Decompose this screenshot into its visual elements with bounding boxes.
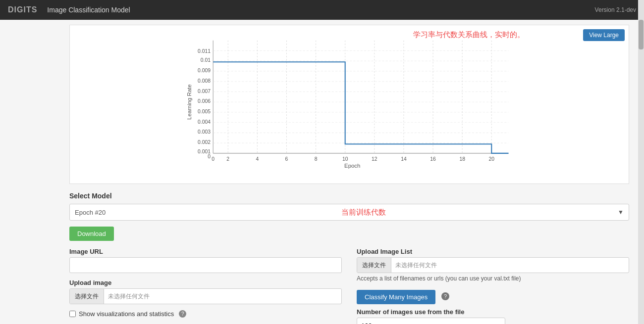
form-two-col: Image URL Upload image 选择文件 未选择任何文件 Show…: [69, 248, 629, 324]
accepts-text: Accepts a list of filenames or urls (you…: [357, 275, 629, 282]
navbar-title: Image Classification Model: [47, 6, 130, 14]
model-select-dropdown[interactable]: Epoch #20 当前训练代数 ▼: [69, 204, 629, 221]
num-images-label: Number of images use from the file: [357, 308, 629, 316]
num-images-input[interactable]: [357, 318, 505, 324]
model-annotation: 当前训练代数: [109, 208, 618, 217]
svg-text:0.006: 0.006: [198, 98, 211, 104]
svg-text:4: 4: [256, 156, 259, 162]
view-large-button[interactable]: View Large: [583, 29, 625, 41]
svg-text:0: 0: [208, 154, 211, 159]
image-url-input[interactable]: [69, 257, 342, 273]
epoch-text: Epoch #20: [70, 209, 109, 216]
accepts-text-content: Accepts a list of filenames or urls (you…: [357, 275, 521, 282]
select-model-group: Select Model Epoch #20 当前训练代数 ▼: [69, 192, 629, 221]
navbar-version: Version 2.1-dev: [595, 6, 636, 13]
svg-text:0.005: 0.005: [198, 109, 211, 114]
num-images-group: Number of images use from the file: [357, 308, 629, 324]
upload-image-list-label: Upload Image List: [357, 248, 629, 255]
svg-text:0.003: 0.003: [198, 129, 211, 135]
classify-row: Classify Many Images ?: [357, 288, 629, 304]
navbar-brand: DIGITS: [8, 5, 37, 14]
visualizations-label: Show visualizations and statistics: [79, 310, 174, 318]
upload-image-list-file-row: 选择文件 未选择任何文件: [357, 257, 629, 273]
svg-text:16: 16: [430, 156, 436, 162]
svg-text:0.007: 0.007: [198, 89, 211, 94]
svg-text:8: 8: [315, 156, 318, 162]
classify-help-icon[interactable]: ?: [441, 292, 449, 300]
visualizations-checkbox[interactable]: [69, 311, 76, 317]
svg-text:18: 18: [459, 156, 465, 162]
svg-text:0.009: 0.009: [198, 68, 211, 73]
svg-text:12: 12: [372, 156, 377, 162]
upload-image-list-filename: 未选择任何文件: [391, 261, 441, 270]
upload-image-file-row: 选择文件 未选择任何文件: [69, 288, 342, 304]
upload-image-list-group: Upload Image List 选择文件 未选择任何文件 Accepts a…: [357, 248, 629, 282]
svg-text:14: 14: [401, 156, 407, 162]
svg-text:2: 2: [226, 156, 229, 162]
left-form-col: Image URL Upload image 选择文件 未选择任何文件 Show…: [69, 248, 342, 324]
classify-many-button[interactable]: Classify Many Images: [357, 290, 435, 304]
visualizations-help-icon[interactable]: ?: [179, 310, 186, 318]
svg-text:20: 20: [488, 156, 494, 162]
svg-text:Epoch: Epoch: [344, 163, 360, 169]
svg-text:0.008: 0.008: [198, 78, 211, 84]
upload-image-list-choose-button[interactable]: 选择文件: [357, 258, 391, 273]
svg-text:0.001: 0.001: [198, 149, 211, 154]
scrollbar-track: [638, 0, 644, 324]
image-url-group: Image URL: [69, 248, 342, 273]
svg-text:0: 0: [212, 156, 215, 162]
upload-image-label: Upload image: [69, 279, 342, 286]
svg-text:0.011: 0.011: [198, 48, 211, 54]
chart-annotation: 学习率与代数关系曲线，实时的。: [413, 30, 525, 40]
dropdown-arrow-icon: ▼: [618, 209, 629, 216]
svg-text:Learning Rate: Learning Rate: [186, 84, 192, 120]
right-form-col: Upload Image List 选择文件 未选择任何文件 Accepts a…: [357, 248, 629, 324]
svg-text:0.01: 0.01: [201, 57, 211, 63]
chart-svg: Learning Rate: [75, 30, 624, 169]
scrollbar-thumb[interactable]: [639, 20, 644, 49]
upload-image-choose-button[interactable]: 选择文件: [70, 289, 104, 304]
upload-image-filename: 未选择任何文件: [104, 292, 154, 301]
visualizations-row: Show visualizations and statistics ?: [69, 310, 342, 318]
navbar: DIGITS Image Classification Model Versio…: [0, 0, 644, 20]
image-url-label: Image URL: [69, 248, 342, 255]
chart-container: View Large 学习率与代数关系曲线，实时的。 Learning Rate: [69, 25, 629, 184]
svg-text:6: 6: [285, 156, 288, 162]
upload-image-group: Upload image 选择文件 未选择任何文件: [69, 279, 342, 304]
select-model-label: Select Model: [69, 192, 629, 200]
download-button[interactable]: Download: [69, 227, 114, 241]
svg-text:0.002: 0.002: [198, 139, 211, 145]
svg-text:10: 10: [342, 156, 348, 162]
svg-text:0.004: 0.004: [198, 119, 211, 125]
